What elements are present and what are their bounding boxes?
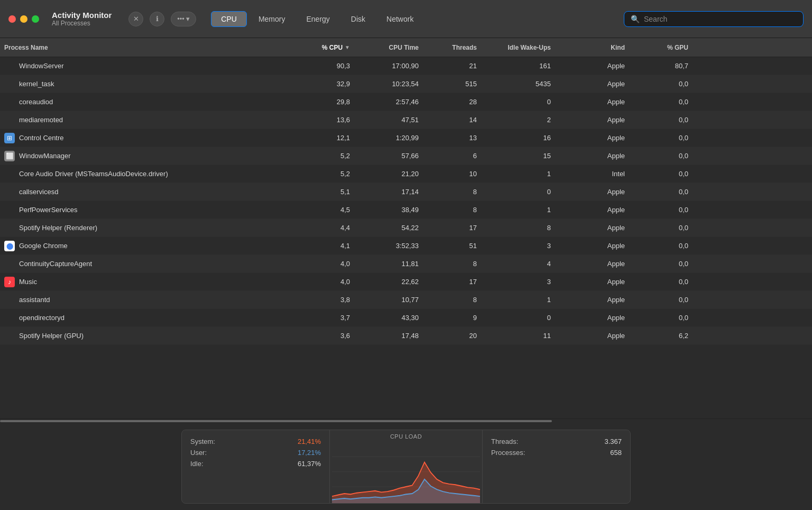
table-row[interactable]: Spotify Helper (Renderer) 4,4 54,22 17 8…	[0, 219, 812, 237]
cell-kind: Apple	[555, 116, 629, 124]
cell-kind: Intel	[555, 170, 629, 178]
table-row[interactable]: opendirectoryd 3,7 43,30 9 0 Apple 0,0	[0, 309, 812, 327]
stat-user: User: 17,21%	[190, 449, 321, 457]
cell-cpu: 4,5	[291, 206, 354, 214]
cell-gpu: 0,0	[629, 260, 693, 268]
close-button[interactable]	[8, 15, 16, 23]
table-row[interactable]: assistantd 3,8 10,77 8 1 Apple 0,0	[0, 291, 812, 309]
cell-gpu: 0,0	[629, 242, 693, 250]
col-header-kind[interactable]: Kind	[555, 38, 629, 57]
cell-idle: 0	[481, 314, 555, 322]
col-header-threads[interactable]: Threads	[423, 38, 481, 57]
app-subtitle: All Processes	[52, 20, 112, 27]
cell-cpu: 4,4	[291, 224, 354, 232]
table-row[interactable]: kernel_task 32,9 10:23,54 515 5435 Apple…	[0, 75, 812, 93]
table-row[interactable]: ⊞ Control Centre 12,1 1:20,99 13 16 Appl…	[0, 129, 812, 147]
cell-cputime: 38,49	[354, 206, 423, 214]
scrollbar-thumb[interactable]	[0, 420, 552, 422]
cell-name: callservicesd	[0, 187, 291, 197]
table-row[interactable]: PerfPowerServices 4,5 38,49 8 1 Apple 0,…	[0, 201, 812, 219]
process-icon: ⬤	[4, 241, 15, 251]
cell-cputime: 10,77	[354, 296, 423, 304]
search-icon: 🔍	[631, 15, 640, 23]
cell-kind: Apple	[555, 260, 629, 268]
cell-gpu: 80,7	[629, 62, 693, 70]
cell-threads: 14	[423, 116, 481, 124]
table-row[interactable]: ⬤ Google Chrome 4,1 3:52,33 51 3 Apple 0…	[0, 237, 812, 255]
tab-memory[interactable]: Memory	[249, 12, 295, 26]
search-box[interactable]: 🔍	[624, 11, 804, 27]
cell-threads: 8	[423, 188, 481, 196]
cell-name: opendirectoryd	[0, 313, 291, 323]
cell-threads: 51	[423, 242, 481, 250]
column-headers: Process Name % CPU ▼ CPU Time Threads Id…	[0, 38, 812, 57]
horizontal-scrollbar[interactable]	[0, 418, 812, 423]
col-header-gpu[interactable]: % GPU	[629, 38, 693, 57]
cell-idle: 16	[481, 134, 555, 142]
cell-name: ⊞ Control Centre	[0, 133, 291, 143]
table-row[interactable]: mediaremoted 13,6 47,51 14 2 Apple 0,0	[0, 111, 812, 129]
cell-gpu: 0,0	[629, 314, 693, 322]
processes-value: 658	[610, 449, 622, 457]
table-row[interactable]: ⬜ WindowManager 5,2 57,66 6 15 Apple 0,0	[0, 147, 812, 165]
table-row[interactable]: ContinuityCaptureAgent 4,0 11,81 8 4 App…	[0, 255, 812, 273]
cell-gpu: 0,0	[629, 80, 693, 88]
cell-kind: Apple	[555, 296, 629, 304]
icon-placeholder	[4, 115, 15, 125]
cell-name: coreaudiod	[0, 97, 291, 107]
process-table[interactable]: WindowServer 90,3 17:00,90 21 161 Apple …	[0, 57, 812, 418]
cell-gpu: 0,0	[629, 98, 693, 106]
cell-threads: 20	[423, 332, 481, 340]
table-row[interactable]: callservicesd 5,1 17,14 8 0 Apple 0,0	[0, 183, 812, 201]
cell-idle: 0	[481, 98, 555, 106]
cell-cputime: 2:57,46	[354, 98, 423, 106]
col-header-cputime[interactable]: CPU Time	[354, 38, 423, 57]
cell-idle: 11	[481, 332, 555, 340]
fullscreen-button[interactable]	[32, 15, 39, 23]
cell-kind: Apple	[555, 278, 629, 286]
table-row[interactable]: coreaudiod 29,8 2:57,46 28 0 Apple 0,0	[0, 93, 812, 111]
cell-gpu: 0,0	[629, 278, 693, 286]
cell-cputime: 11,81	[354, 260, 423, 268]
cell-kind: Apple	[555, 98, 629, 106]
icon-placeholder	[4, 259, 15, 269]
stat-idle: Idle: 61,37%	[190, 460, 321, 468]
cell-threads: 8	[423, 296, 481, 304]
cell-idle: 1	[481, 170, 555, 178]
cell-cpu: 5,2	[291, 152, 354, 160]
cell-kind: Apple	[555, 80, 629, 88]
col-header-cpu[interactable]: % CPU ▼	[291, 38, 354, 57]
more-icon-btn[interactable]: ••• ▾	[171, 12, 196, 26]
tab-network[interactable]: Network	[377, 12, 423, 26]
table-row[interactable]: Core Audio Driver (MSTeamsAudioDevice.dr…	[0, 165, 812, 183]
cell-kind: Apple	[555, 206, 629, 214]
table-row[interactable]: WindowServer 90,3 17:00,90 21 161 Apple …	[0, 57, 812, 75]
threads-label: Threads:	[491, 438, 518, 445]
tab-disk[interactable]: Disk	[342, 12, 375, 26]
cell-cputime: 17,14	[354, 188, 423, 196]
col-header-idle[interactable]: Idle Wake-Ups	[481, 38, 555, 57]
search-input[interactable]	[644, 15, 797, 23]
cell-idle: 5435	[481, 80, 555, 88]
cell-name: Spotify Helper (GPU)	[0, 331, 291, 341]
stat-idle-label: Idle:	[190, 460, 204, 468]
cell-name: PerfPowerServices	[0, 205, 291, 215]
cell-cpu: 3,8	[291, 296, 354, 304]
table-row[interactable]: Spotify Helper (GPU) 3,6 17,48 20 11 App…	[0, 327, 812, 345]
cell-threads: 17	[423, 224, 481, 232]
tab-energy[interactable]: Energy	[297, 12, 339, 26]
cell-cpu: 4,1	[291, 242, 354, 250]
col-header-name[interactable]: Process Name	[0, 38, 291, 57]
icon-placeholder	[4, 97, 15, 107]
cell-gpu: 0,0	[629, 170, 693, 178]
minimize-button[interactable]	[20, 15, 27, 23]
tab-cpu[interactable]: CPU	[211, 11, 247, 27]
cell-gpu: 0,0	[629, 116, 693, 124]
cell-idle: 161	[481, 62, 555, 70]
info-icon-btn[interactable]: ℹ	[150, 12, 164, 26]
close-icon-btn[interactable]: ✕	[128, 12, 143, 26]
cell-name: kernel_task	[0, 79, 291, 89]
bottom-inner: System: 21,41% User: 17,21% Idle: 61,37%…	[181, 430, 631, 504]
table-row[interactable]: ♪ Music 4,0 22,62 17 3 Apple 0,0	[0, 273, 812, 291]
cell-kind: Apple	[555, 224, 629, 232]
